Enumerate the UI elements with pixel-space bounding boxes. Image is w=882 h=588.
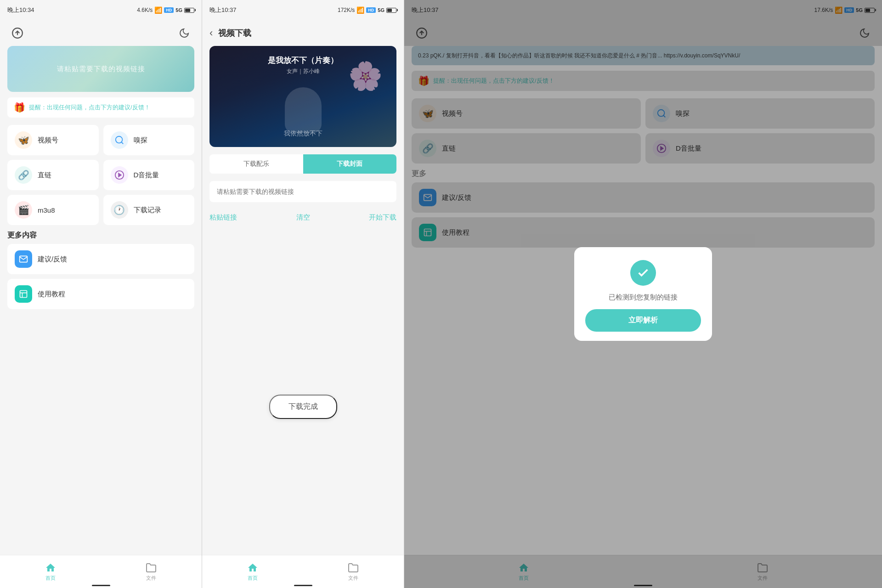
hd-badge-1: HD <box>164 7 174 13</box>
grid-menu-1: 🦋 视频号 嗅探 🔗 直链 D音批量 🎬 <box>7 125 194 225</box>
nav-files-label-2: 文件 <box>348 575 358 582</box>
video-subtitle: 我依然放不下 <box>209 130 396 138</box>
panel2-title: 视频下载 <box>218 28 251 39</box>
menu-item-m3u8-1[interactable]: 🎬 m3u8 <box>7 195 99 225</box>
back-button[interactable]: ‹ <box>209 27 213 39</box>
signal-5g-1: 5G <box>175 7 182 13</box>
nav-home-2[interactable]: 首页 <box>202 555 303 588</box>
nav-files-1[interactable]: 文件 <box>101 555 202 588</box>
app-header-1 <box>0 20 202 46</box>
miaopai-icon-1 <box>111 131 128 149</box>
dialog-overlay: 已检测到您复制的链接 立即解析 <box>404 0 882 588</box>
moon-icon-1[interactable] <box>176 25 192 41</box>
dialog-message: 已检测到您复制的链接 <box>609 293 678 302</box>
hero-text-1: 请粘贴需要下载的视频链接 <box>57 65 145 74</box>
signal-5g-2: 5G <box>378 7 384 13</box>
wifi-icon-2: 📶 <box>356 6 364 14</box>
m3u8-label-1: m3u8 <box>38 206 55 214</box>
panel-1-home: 晚上10:34 4.6K/s 📶 HD 5G 请粘贴需要下载的视频链 <box>0 0 202 588</box>
dayin-label-1: D音批量 <box>134 171 159 180</box>
list-item-tutorial-1[interactable]: 使用教程 <box>7 279 194 309</box>
svg-marker-5 <box>119 173 121 176</box>
notice-text-1: 提醒：出现任何问题，点击下方的建议/反馈！ <box>29 103 150 112</box>
link-detected-dialog: 已检测到您复制的链接 立即解析 <box>574 247 712 341</box>
list-item-feedback-1[interactable]: 建议/反馈 <box>7 244 194 274</box>
panel-2-download: 晚上10:37 172K/s 📶 HD 5G ‹ 视频下载 是我放不下（片奏） … <box>202 0 404 588</box>
menu-item-dayin-1[interactable]: D音批量 <box>103 160 195 190</box>
notice-bar-1[interactable]: 🎁 提醒：出现任何问题，点击下方的建议/反馈！ <box>7 97 194 118</box>
status-time-2: 晚上10:37 <box>209 6 237 14</box>
status-speed-2: 172K/s <box>338 7 355 13</box>
nav-home-1[interactable]: 首页 <box>0 555 101 588</box>
list-menu-1: 建议/反馈 使用教程 <box>7 244 194 309</box>
hero-banner-1: 请粘贴需要下载的视频链接 <box>7 46 194 92</box>
battery-icon-1 <box>184 8 194 13</box>
m3u8-icon-1: 🎬 <box>15 201 32 219</box>
weishi-icon-1: 🦋 <box>15 131 32 149</box>
parse-now-button[interactable]: 立即解析 <box>585 309 701 332</box>
bottom-nav-1: 首页 文件 <box>0 555 202 588</box>
svg-rect-6 <box>20 291 27 298</box>
figure-decoration <box>285 87 322 133</box>
status-time-1: 晚上10:34 <box>7 6 34 14</box>
start-download-button[interactable]: 开始下载 <box>369 209 396 226</box>
svg-point-2 <box>115 136 122 143</box>
svg-line-3 <box>121 142 123 144</box>
action-buttons: 粘贴链接 清空 开始下载 <box>209 209 396 226</box>
bottom-nav-2: 首页 文件 <box>202 555 404 588</box>
status-bar-2: 晚上10:37 172K/s 📶 HD 5G <box>202 0 404 20</box>
more-section-title-1: 更多内容 <box>7 231 194 240</box>
upload-icon-1[interactable] <box>9 25 26 41</box>
menu-item-miaopai-1[interactable]: 嗅探 <box>103 125 195 155</box>
flower-decoration: 🌸 <box>348 60 383 92</box>
wifi-icon-1: 📶 <box>154 6 162 14</box>
hd-badge-2: HD <box>366 7 376 13</box>
paste-link-button[interactable]: 粘贴链接 <box>209 209 237 226</box>
tab-music[interactable]: 下载配乐 <box>209 154 303 174</box>
tab-bar-2: 下载配乐 下载封面 <box>209 154 396 174</box>
status-bar-1: 晚上10:34 4.6K/s 📶 HD 5G <box>0 0 202 20</box>
dayin-icon-1 <box>111 166 128 184</box>
zhilian-icon-1: 🔗 <box>15 166 32 184</box>
status-right-1: 4.6K/s 📶 HD 5G <box>137 6 194 14</box>
record-icon-1: 🕐 <box>111 201 128 219</box>
url-input-area[interactable] <box>209 181 396 202</box>
panel2-header: ‹ 视频下载 <box>202 20 404 46</box>
download-complete-button[interactable]: 下载完成 <box>269 395 337 419</box>
tutorial-label-1: 使用教程 <box>38 290 65 299</box>
battery-icon-2 <box>386 8 396 13</box>
feedback-icon-1 <box>15 250 32 268</box>
video-thumbnail: 是我放不下（片奏） 女声｜苏小峰 🌸 我依然放不下 <box>209 46 396 147</box>
nav-home-label-2: 首页 <box>248 575 258 582</box>
weishi-label-1: 视频号 <box>38 136 58 145</box>
tutorial-icon-1 <box>15 285 32 303</box>
menu-item-zhilian-1[interactable]: 🔗 直链 <box>7 160 99 190</box>
url-input[interactable] <box>217 188 389 195</box>
clear-button[interactable]: 清空 <box>296 209 310 226</box>
menu-item-weishi-1[interactable]: 🦋 视频号 <box>7 125 99 155</box>
record-label-1: 下载记录 <box>134 206 161 215</box>
status-right-2: 172K/s 📶 HD 5G <box>338 6 396 14</box>
panel-3-dialog: 晚上10:37 17.6K/s 📶 HD 5G <box>404 0 882 588</box>
miaopai-label-1: 嗅探 <box>134 136 147 145</box>
tab-cover[interactable]: 下载封面 <box>303 154 397 174</box>
download-complete-area: 下载完成 <box>202 226 404 588</box>
check-circle-icon <box>630 260 656 286</box>
feedback-label-1: 建议/反馈 <box>38 255 67 264</box>
gift-icon-1: 🎁 <box>14 102 25 113</box>
zhilian-label-1: 直链 <box>38 171 51 180</box>
nav-home-label-1: 首页 <box>45 575 56 582</box>
menu-item-record-1[interactable]: 🕐 下载记录 <box>103 195 195 225</box>
nav-files-label-1: 文件 <box>146 575 156 582</box>
nav-files-2[interactable]: 文件 <box>303 555 404 588</box>
status-speed-1: 4.6K/s <box>137 7 153 13</box>
